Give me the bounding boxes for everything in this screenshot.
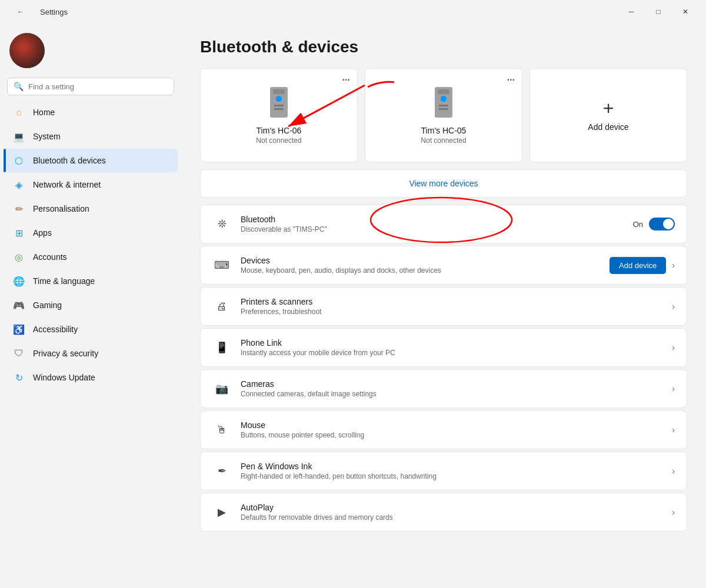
setting-row-devices[interactable]: ⌨DevicesMouse, keyboard, pen, audio, dis… [200,246,687,285]
printers-setting-icon: 🖨 [212,297,231,316]
add-device-label: Add device [588,122,628,132]
setting-row-printers[interactable]: 🖨Printers & scannersPreferences, trouble… [200,287,687,326]
search-box[interactable]: 🔍 [7,78,174,95]
add-device-card[interactable]: + Add device [530,68,687,162]
sidebar-item-network[interactable]: ◈Network & internet [4,173,178,196]
sidebar-item-label-accounts: Accounts [33,252,67,262]
svg-rect-9 [439,108,448,110]
page-title: Bluetooth & devices [200,38,687,56]
app-body: 🔍 ⌂Home💻System⬡Bluetooth & devices◈Netwo… [0,24,706,588]
bluetooth-nav-icon: ⬡ [13,155,25,166]
devices-setting-icon: ⌨ [212,256,231,275]
phonelink-setting-title: Phone Link [241,338,662,348]
svg-rect-3 [274,105,284,106]
device-card-hc05[interactable]: ··· Tim's HC-05 Not connected [365,68,522,162]
sidebar-item-update[interactable]: ↻Windows Update [4,366,178,389]
setting-row-autoplay[interactable]: ▶AutoPlayDefaults for removable drives a… [200,493,687,532]
pen-setting-title: Pen & Windows Ink [241,462,662,471]
sidebar-item-label-accessibility: Accessibility [33,325,78,334]
titlebar-controls: ─ □ ✕ [618,0,699,24]
sidebar-item-system[interactable]: 💻System [4,125,178,148]
sidebar-avatar [0,24,181,75]
apps-nav-icon: ⊞ [13,227,25,239]
setting-row-mouse[interactable]: 🖱MouseButtons, mouse pointer speed, scro… [200,410,687,449]
autoplay-chevron-icon: › [672,507,675,517]
devices-setting-title: Devices [241,256,600,265]
device-menu-hc06[interactable]: ··· [342,75,350,85]
device-name-hc05: Tim's HC-05 [421,126,467,135]
device-icon-hc05 [432,86,455,121]
sidebar-item-label-gaming: Gaming [33,300,62,310]
sidebar-item-label-network: Network & internet [33,180,101,189]
main-content: Bluetooth & devices ··· Tim's HC-06 Not … [181,24,706,588]
cameras-setting-title: Cameras [241,379,662,389]
network-nav-icon: ◈ [13,179,25,191]
close-button[interactable]: ✕ [672,0,699,24]
view-more-bar[interactable]: View more devices [200,169,687,198]
pen-chevron-icon: › [672,466,675,476]
gaming-nav-icon: 🎮 [13,299,25,311]
setting-row-phonelink[interactable]: 📱Phone LinkInstantly access your mobile … [200,328,687,367]
sidebar-item-gaming[interactable]: 🎮Gaming [4,293,178,317]
home-nav-icon: ⌂ [13,106,25,118]
pen-setting-icon: ✒ [212,462,231,480]
phonelink-setting-right: › [672,343,675,352]
autoplay-setting-icon: ▶ [212,503,231,522]
svg-point-7 [441,96,447,102]
devices-chevron-icon: › [672,260,675,270]
pen-setting-text: Pen & Windows InkRight-handed or left-ha… [241,462,662,480]
add-plus-icon: + [603,99,614,118]
bluetooth-setting-icon: ❊ [212,215,231,233]
mouse-setting-right: › [672,425,675,435]
view-more-link: View more devices [409,179,478,188]
cameras-setting-text: CamerasConnected cameras, default image … [241,379,662,398]
printers-setting-right: › [672,302,675,311]
sidebar-item-time[interactable]: 🌐Time & language [4,269,178,293]
minimize-button[interactable]: ─ [618,0,645,24]
setting-row-cameras[interactable]: 📷CamerasConnected cameras, default image… [200,369,687,408]
sidebar-item-label-update: Windows Update [33,373,95,382]
mouse-setting-title: Mouse [241,420,662,430]
back-button[interactable]: ← [7,0,34,24]
device-status-hc05: Not connected [421,136,466,145]
accounts-nav-icon: ◎ [13,251,25,263]
bluetooth-setting-title: Bluetooth [241,215,624,224]
phonelink-chevron-icon: › [672,343,675,352]
sidebar: 🔍 ⌂Home💻System⬡Bluetooth & devices◈Netwo… [0,24,181,588]
bluetooth-setting-subtitle: Discoverable as "TIMS-PC" [241,225,624,233]
avatar [9,33,45,68]
maximize-button[interactable]: □ [645,0,672,24]
printers-setting-title: Printers & scanners [241,297,662,306]
device-status-hc06: Not connected [256,136,301,145]
privacy-nav-icon: 🛡 [13,348,25,359]
mouse-setting-text: MouseButtons, mouse pointer speed, scrol… [241,420,662,439]
search-input[interactable] [28,82,168,91]
sidebar-item-label-time: Time & language [33,276,95,286]
autoplay-setting-text: AutoPlayDefaults for removable drives an… [241,503,662,522]
device-card-hc06[interactable]: ··· Tim's HC-06 Not connected [200,68,358,162]
nav-list: ⌂Home💻System⬡Bluetooth & devices◈Network… [0,100,181,390]
titlebar: ← Settings ─ □ ✕ [0,0,706,24]
active-indicator [4,149,6,172]
sidebar-item-label-home: Home [33,108,55,117]
sidebar-item-accessibility[interactable]: ♿Accessibility [4,318,178,341]
sidebar-item-accounts[interactable]: ◎Accounts [4,245,178,269]
devices-add-button[interactable]: Add device [610,257,666,274]
sidebar-item-privacy[interactable]: 🛡Privacy & security [4,342,178,365]
bluetooth-setting-text: BluetoothDiscoverable as "TIMS-PC" [241,215,624,233]
setting-row-bluetooth[interactable]: ❊BluetoothDiscoverable as "TIMS-PC"On [200,205,687,243]
cameras-chevron-icon: › [672,384,675,393]
bluetooth-setting-right: On [633,218,675,230]
svg-rect-1 [273,89,285,94]
sidebar-item-home[interactable]: ⌂Home [4,101,178,124]
bluetooth-toggle[interactable] [649,218,675,230]
sidebar-item-personalise[interactable]: ✏Personalisation [4,197,178,220]
sidebar-item-bluetooth[interactable]: ⬡Bluetooth & devices [4,149,178,172]
autoplay-setting-title: AutoPlay [241,503,662,512]
device-menu-hc05[interactable]: ··· [507,75,515,85]
sidebar-item-apps[interactable]: ⊞Apps [4,221,178,245]
devices-setting-right: Add device› [610,257,675,274]
setting-row-pen[interactable]: ✒Pen & Windows InkRight-handed or left-h… [200,452,687,490]
titlebar-title: Settings [40,8,68,16]
sidebar-item-label-system: System [33,132,61,141]
